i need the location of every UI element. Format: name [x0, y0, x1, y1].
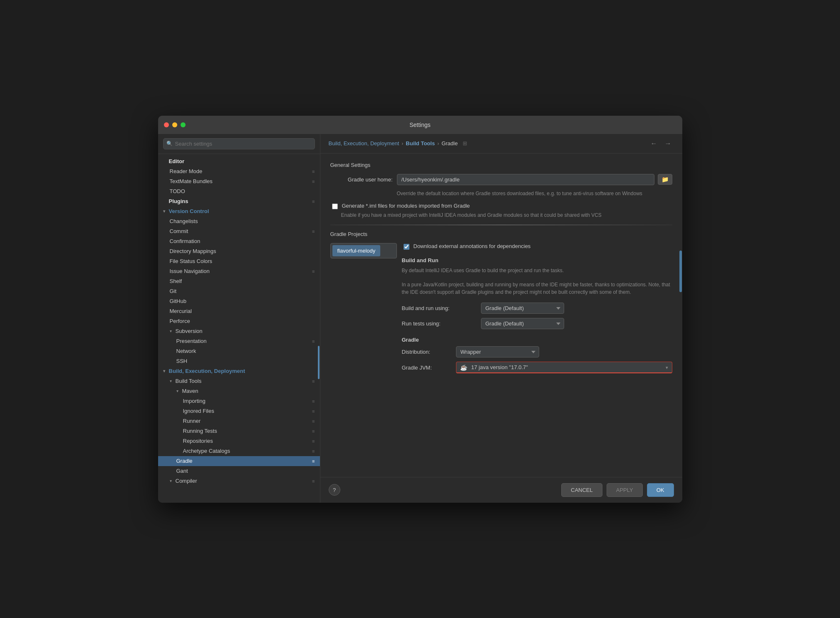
- sidebar-item-gant[interactable]: Gant: [158, 466, 320, 476]
- sidebar-item-github[interactable]: GitHub: [158, 296, 320, 306]
- sidebar-item-importing[interactable]: Importing ≡: [158, 396, 320, 406]
- build-run-using-row: Build and run using: Gradle (Default) In…: [402, 303, 672, 314]
- sidebar-item-shelf[interactable]: Shelf: [158, 276, 320, 286]
- sidebar-item-perforce[interactable]: Perforce: [158, 316, 320, 326]
- build-and-run-desc1: By default IntelliJ IDEA uses Gradle to …: [402, 267, 672, 274]
- help-button[interactable]: ?: [329, 484, 340, 496]
- gradle-user-home-input[interactable]: [397, 174, 654, 185]
- download-annotations-label: Download external annotations for depend…: [414, 243, 531, 249]
- sidebar-item-mercurial[interactable]: Mercurial: [158, 306, 320, 316]
- sidebar-item-reader-mode[interactable]: Reader Mode ≡: [158, 166, 320, 176]
- sidebar-scrollbar: [317, 155, 320, 503]
- build-and-run-title: Build and Run: [402, 257, 672, 263]
- sidebar-item-commit[interactable]: Commit ≡: [158, 226, 320, 236]
- sidebar-item-network[interactable]: Network: [158, 346, 320, 356]
- dialog-body: 🔍 Editor Reader Mode ≡ TextMate Bundles …: [158, 134, 682, 503]
- gradle-user-home-label: Gradle user home:: [330, 176, 393, 183]
- nav-forward-button[interactable]: →: [662, 139, 674, 148]
- sidebar-item-changelists[interactable]: Changelists: [158, 216, 320, 226]
- search-input[interactable]: [163, 138, 315, 149]
- sidebar-item-repositories[interactable]: Repositories ≡: [158, 436, 320, 446]
- sidebar-item-presentation[interactable]: Presentation ≡: [158, 336, 320, 346]
- title-bar: Settings: [158, 116, 682, 134]
- search-wrapper: 🔍: [163, 138, 315, 149]
- sidebar: 🔍 Editor Reader Mode ≡ TextMate Bundles …: [158, 134, 320, 503]
- sidebar-tree: Editor Reader Mode ≡ TextMate Bundles ≡ …: [158, 154, 320, 503]
- breadcrumb-arrow-1: ›: [401, 141, 403, 146]
- project-settings: Download external annotations for depend…: [402, 243, 672, 378]
- sidebar-item-confirmation[interactable]: Confirmation: [158, 236, 320, 246]
- gradle-user-home-row: Gradle user home: 📁: [330, 174, 672, 185]
- cancel-button[interactable]: CANCEL: [561, 483, 602, 497]
- sidebar-item-editor[interactable]: Editor: [158, 156, 320, 166]
- breadcrumb-part2[interactable]: Build Tools: [406, 140, 435, 146]
- project-item[interactable]: flavorful-melody: [332, 245, 381, 256]
- search-icon: 🔍: [166, 141, 173, 146]
- minimize-button[interactable]: [172, 122, 177, 127]
- content-scroll-thumb: [679, 251, 682, 292]
- sidebar-item-compiler[interactable]: ▾ Compiler ≡: [158, 476, 320, 486]
- sidebar-item-directory-mappings[interactable]: Directory Mappings: [158, 246, 320, 256]
- breadcrumb-part3: Gradle: [441, 140, 458, 146]
- breadcrumb-arrow-2: ›: [437, 141, 439, 146]
- sidebar-item-ignored-files[interactable]: Ignored Files ≡: [158, 406, 320, 416]
- sidebar-item-build-exec[interactable]: ▾ Build, Execution, Deployment: [158, 366, 320, 376]
- breadcrumb-icon: ⊞: [463, 140, 467, 146]
- breadcrumb-part1[interactable]: Build, Execution, Deployment: [329, 140, 399, 146]
- content-scrollbar[interactable]: [679, 154, 682, 477]
- build-and-run-desc2: In a pure Java/Kotlin project, building …: [402, 281, 672, 296]
- sidebar-item-plugins[interactable]: Plugins ≡: [158, 196, 320, 206]
- settings-content: General Settings Gradle user home: 📁 Ove…: [320, 154, 682, 477]
- sidebar-item-gradle[interactable]: Gradle ≡: [158, 456, 320, 466]
- sidebar-item-ssh[interactable]: SSH: [158, 356, 320, 366]
- sidebar-item-archetype-catalogs[interactable]: Archetype Catalogs ≡: [158, 446, 320, 456]
- sidebar-item-maven[interactable]: ▾ Maven: [158, 386, 320, 396]
- search-container: 🔍: [158, 134, 320, 154]
- settings-dialog: Settings 🔍 Editor Reader Mode ≡: [158, 116, 682, 503]
- distribution-select[interactable]: Wrapper Local installation Gradle versio…: [456, 346, 539, 357]
- dialog-title: Settings: [409, 122, 431, 128]
- run-tests-using-row: Run tests using: Gradle (Default) Intell…: [402, 318, 672, 329]
- main-content: Build, Execution, Deployment › Build Too…: [320, 134, 682, 503]
- download-annotations-row: Download external annotations for depend…: [402, 243, 672, 250]
- sidebar-item-textmate[interactable]: TextMate Bundles ≡: [158, 176, 320, 186]
- build-run-using-select[interactable]: Gradle (Default) IntelliJ IDEA: [481, 303, 564, 314]
- sidebar-item-running-tests[interactable]: Running Tests ≡: [158, 426, 320, 436]
- sidebar-item-git[interactable]: Git: [158, 286, 320, 296]
- project-list: flavorful-melody: [330, 243, 397, 258]
- apply-button[interactable]: APPLY: [607, 483, 643, 497]
- gradle-user-home-hint: Override the default location where Grad…: [397, 190, 672, 197]
- bottom-bar: ? CANCEL APPLY OK: [320, 477, 682, 503]
- sidebar-item-issue-navigation[interactable]: Issue Navigation ≡: [158, 266, 320, 276]
- traffic-lights: [164, 122, 186, 127]
- projects-section: flavorful-melody Download external annot…: [330, 243, 672, 378]
- run-tests-using-select[interactable]: Gradle (Default) IntelliJ IDEA: [481, 318, 564, 329]
- nav-back-button[interactable]: ←: [648, 139, 660, 148]
- gradle-jvm-label: Gradle JVM:: [402, 365, 452, 371]
- generate-iml-label: Generate *.iml files for modules importe…: [342, 203, 470, 209]
- gradle-user-home-input-row: 📁: [397, 174, 672, 185]
- gradle-jvm-input[interactable]: [456, 362, 672, 373]
- generate-iml-hint: Enable if you have a mixed project with …: [341, 212, 672, 219]
- nav-buttons: ← →: [648, 139, 674, 148]
- generate-iml-row: Generate *.iml files for modules importe…: [330, 203, 672, 209]
- distribution-row: Distribution: Wrapper Local installation…: [402, 346, 672, 357]
- maximize-button[interactable]: [181, 122, 186, 127]
- generate-iml-checkbox[interactable]: [332, 204, 338, 209]
- gradle-user-home-browse-button[interactable]: 📁: [658, 174, 672, 185]
- breadcrumb-bar: Build, Execution, Deployment › Build Too…: [320, 134, 682, 154]
- download-annotations-checkbox[interactable]: [404, 244, 409, 250]
- sidebar-item-runner[interactable]: Runner ≡: [158, 416, 320, 426]
- gradle-jvm-wrapper: ☕ ▾: [456, 362, 672, 373]
- gradle-jvm-row: Gradle JVM: ☕ ▾: [402, 362, 672, 373]
- sidebar-item-version-control[interactable]: ▾ Version Control: [158, 206, 320, 216]
- sidebar-item-subversion[interactable]: ▾ Subversion: [158, 326, 320, 336]
- ok-button[interactable]: OK: [647, 483, 674, 497]
- close-button[interactable]: [164, 122, 169, 127]
- run-tests-using-label: Run tests using:: [402, 320, 477, 327]
- distribution-label: Distribution:: [402, 349, 452, 355]
- sidebar-item-file-status-colors[interactable]: File Status Colors: [158, 256, 320, 266]
- sidebar-item-todo[interactable]: TODO: [158, 186, 320, 196]
- sidebar-item-build-tools[interactable]: ▾ Build Tools ≡: [158, 376, 320, 386]
- separator-1: [330, 225, 672, 225]
